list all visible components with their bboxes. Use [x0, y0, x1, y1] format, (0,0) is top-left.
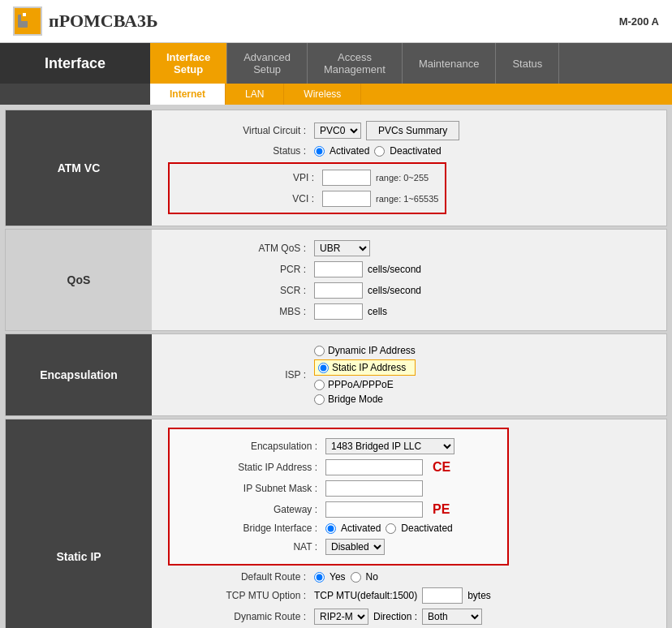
tcp-mtu-row: TCP MTU Option : TCP MTU(default:1500) 1… — [168, 585, 650, 606]
sub-tab-wireless[interactable]: Wireless — [284, 84, 361, 105]
tcp-mtu-input[interactable]: 1500 — [422, 587, 463, 604]
status-activated-text: Activated — [330, 145, 369, 157]
logo: пРОМСВА3Ь — [13, 6, 157, 36]
tab-advanced-setup[interactable]: Advanced Setup — [227, 43, 308, 84]
mbs-input[interactable]: 0 — [314, 303, 363, 320]
tab-status[interactable]: Status — [496, 43, 559, 84]
default-route-value: Yes No — [314, 571, 378, 583]
encap-select[interactable]: 1483 Bridged IP LLC 1483 Routed IP LLC 1… — [325, 438, 454, 454]
static-ip-address-value: 10.10.10.5 CE — [325, 459, 450, 475]
static-ip-option[interactable]: Static IP Address — [314, 359, 416, 376]
qos-section: QoS ATM QoS : UBRCBRVBR-rtVBR-nrt PCR : … — [5, 229, 667, 331]
mbs-unit: cells — [368, 306, 387, 317]
tcp-mtu-value: TCP MTU(default:1500) 1500 bytes — [314, 587, 491, 604]
default-route-yes-radio[interactable] — [314, 572, 325, 583]
pppoa-label: PPPoA/PPPoE — [328, 379, 394, 390]
vpi-value: 0 range: 0~255 — [322, 170, 429, 186]
dynamic-route-value: RIP2-MRIP1None Direction : BothIn OnlyOu… — [314, 609, 482, 625]
default-route-row: Default Route : Yes No — [168, 569, 650, 585]
scr-label: SCR : — [168, 285, 314, 296]
atm-qos-row: ATM QoS : UBRCBRVBR-rtVBR-nrt — [168, 238, 650, 259]
atm-vc-section: ATM VC Virtual Circuit : PVC0 PVCs Summa… — [5, 110, 667, 226]
ce-annotation: CE — [433, 460, 450, 475]
status-row: Status : Activated Deactivated — [168, 143, 650, 159]
vpi-range: range: 0~255 — [376, 173, 429, 183]
bridge-radio[interactable] — [314, 394, 325, 405]
main-content: ATM VC Virtual Circuit : PVC0 PVCs Summa… — [0, 105, 672, 628]
bridge-option[interactable]: Bridge Mode — [314, 394, 416, 405]
pppoa-radio[interactable] — [314, 380, 325, 390]
direction-select[interactable]: BothIn OnlyOut Only — [422, 609, 482, 625]
dynamic-route-label: Dynamic Route : — [168, 611, 314, 622]
dynamic-ip-option[interactable]: Dynamic IP Address — [314, 345, 416, 356]
default-route-yes-text: Yes — [330, 571, 346, 583]
default-route-no-radio[interactable] — [351, 572, 361, 583]
logo-icon — [13, 6, 42, 36]
status-deactivated-radio[interactable] — [374, 146, 385, 157]
sub-nav: Internet LAN Wireless — [0, 84, 672, 105]
logo-text: пРОМСВА3Ь — [49, 11, 157, 32]
tab-access-management[interactable]: Access Management — [308, 43, 403, 84]
pvcs-summary-button[interactable]: PVCs Summary — [366, 121, 459, 140]
bridge-interface-row: Bridge Interface : Activated Deactivated — [179, 520, 498, 536]
sub-tab-internet[interactable]: Internet — [150, 84, 226, 105]
bridge-deactivated-text: Deactivated — [401, 523, 452, 534]
dynamic-route-select[interactable]: RIP2-MRIP1None — [314, 609, 368, 625]
atm-vc-label: ATM VC — [6, 110, 152, 226]
dynamic-route-row: Dynamic Route : RIP2-MRIP1None Direction… — [168, 606, 650, 627]
header: пРОМСВА3Ь M-200 A — [0, 0, 672, 43]
status-value: Activated Deactivated — [314, 145, 442, 157]
qos-label: QoS — [6, 230, 152, 330]
bridge-activated-radio[interactable] — [325, 523, 336, 534]
subnet-mask-value: 255.255.255.252 — [325, 480, 423, 497]
sub-tab-lan[interactable]: LAN — [226, 84, 284, 105]
tab-maintenance[interactable]: Maintenance — [403, 43, 496, 84]
bridge-interface-label: Bridge Interface : — [179, 523, 325, 534]
virtual-circuit-select[interactable]: PVC0 — [314, 123, 361, 139]
mbs-row: MBS : 0 cells — [168, 301, 650, 322]
encap-row: Encapsulation : 1483 Bridged IP LLC 1483… — [179, 436, 498, 457]
static-ip-radio[interactable] — [318, 363, 329, 373]
virtual-circuit-row: Virtual Circuit : PVC0 PVCs Summary — [168, 118, 650, 143]
encapsulation-label: Encapsulation — [6, 334, 152, 415]
atm-vc-content: Virtual Circuit : PVC0 PVCs Summary Stat… — [152, 110, 666, 226]
static-ip-address-label: Static IP Address : — [179, 462, 325, 473]
vpi-input[interactable]: 0 — [322, 170, 371, 186]
nat-select[interactable]: DisabledEnabled — [325, 539, 385, 555]
gateway-input[interactable]: 10.10.10.1 — [325, 501, 423, 518]
virtual-circuit-label: Virtual Circuit : — [168, 125, 314, 136]
atm-qos-select[interactable]: UBRCBRVBR-rtVBR-nrt — [314, 240, 370, 256]
vci-input[interactable]: 33 — [322, 191, 371, 207]
dynamic-ip-radio[interactable] — [314, 346, 325, 356]
default-route-label: Default Route : — [168, 571, 314, 583]
static-ip-address-input[interactable]: 10.10.10.5 — [325, 459, 423, 475]
scr-input[interactable]: 0 — [314, 282, 363, 299]
encap-label: Encapsulation : — [179, 441, 325, 452]
pppoa-option[interactable]: PPPoA/PPPoE — [314, 379, 416, 390]
subnet-mask-input[interactable]: 255.255.255.252 — [325, 480, 423, 497]
pcr-input[interactable]: 0 — [314, 261, 363, 277]
interface-label: Interface — [0, 43, 150, 84]
vpi-label: VPI : — [176, 172, 322, 183]
static-ip-box: Encapsulation : 1483 Bridged IP LLC 1483… — [168, 428, 509, 566]
qos-content: ATM QoS : UBRCBRVBR-rtVBR-nrt PCR : 0 ce… — [152, 230, 666, 330]
sub-nav-tabs: Internet LAN Wireless — [150, 84, 672, 105]
status-label: Status : — [168, 145, 314, 157]
tab-interface-setup[interactable]: Interface Setup — [150, 43, 227, 84]
pe-annotation: PE — [433, 502, 450, 517]
vci-row: VCI : 33 range: 1~65535 — [176, 188, 438, 209]
vpi-vci-box: VPI : 0 range: 0~255 VCI : 33 range: 1~6… — [168, 162, 446, 214]
scr-unit: cells/second — [368, 285, 421, 296]
top-nav-tabs: Interface Setup Advanced Setup Access Ma… — [150, 43, 672, 84]
vpi-row: VPI : 0 range: 0~255 — [176, 167, 438, 188]
bridge-deactivated-radio[interactable] — [386, 523, 396, 534]
isp-row: ISP : Dynamic IP Address Static IP Addre… — [168, 342, 650, 407]
tcp-mtu-label: TCP MTU Option : — [168, 590, 314, 601]
atm-qos-label: ATM QoS : — [168, 243, 314, 254]
encap-value: 1483 Bridged IP LLC 1483 Routed IP LLC 1… — [325, 438, 454, 454]
status-activated-radio[interactable] — [314, 146, 325, 157]
scr-value: 0 cells/second — [314, 282, 421, 299]
pcr-row: PCR : 0 cells/second — [168, 259, 650, 280]
pcr-label: PCR : — [168, 264, 314, 275]
pcr-unit: cells/second — [368, 264, 421, 275]
